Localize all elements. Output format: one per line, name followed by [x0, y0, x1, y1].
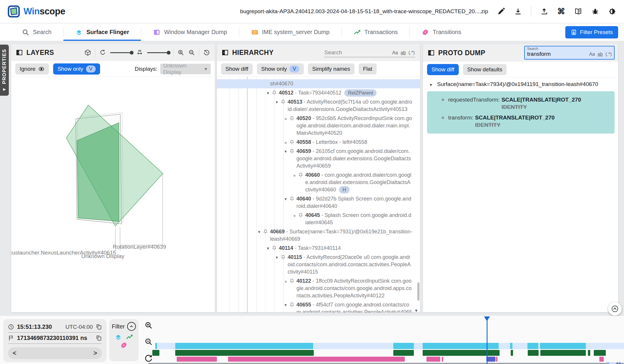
rotation-slider[interactable]: [110, 52, 132, 53]
next-frame-button[interactable]: >: [93, 349, 97, 357]
pin-icon[interactable]: [289, 279, 294, 284]
expand-arrow-icon[interactable]: ▾: [427, 81, 435, 88]
documentation-book-icon[interactable]: [574, 7, 582, 16]
simplify-names-button[interactable]: Simplify names: [308, 63, 355, 75]
expand-arrow-icon[interactable]: ▾: [264, 89, 272, 97]
hierarchy-search-input[interactable]: Search Aa ab (.*): [324, 48, 415, 57]
tree-node[interactable]: ▾40114 - Task=7931#40114: [217, 244, 420, 253]
timeline-cursor-handle[interactable]: [484, 316, 490, 321]
transitions-icon[interactable]: [120, 341, 128, 349]
download-icon[interactable]: [514, 7, 522, 16]
rotation-slider-thumb[interactable]: [130, 51, 134, 55]
timeline-reset-zoom-button[interactable]: [144, 353, 154, 363]
rotation-icon[interactable]: [99, 49, 106, 56]
tree-node[interactable]: 40122 - 1ffcc09 ActivityRecordInputSink …: [217, 277, 420, 300]
copy-icon[interactable]: [96, 335, 102, 341]
displays-select[interactable]: Unknown Display ▼: [160, 64, 211, 74]
tree-node[interactable]: ▾40640 - 9d2d27b Splash Screen com.googl…: [217, 194, 420, 211]
timeline-scrollbar-thumb[interactable]: [619, 362, 620, 364]
surfaceflinger-row-segment[interactable]: [423, 343, 499, 349]
pin-icon[interactable]: [281, 255, 286, 260]
pin-icon[interactable]: [289, 196, 294, 201]
tree-node[interactable]: 40520 - 952c6b5 ActivityRecordInputSink …: [217, 114, 420, 138]
tab-transitions[interactable]: Transitions: [410, 23, 473, 41]
match-word-icon[interactable]: ab: [401, 50, 406, 55]
expand-arrow-icon[interactable]: ▾: [282, 301, 289, 309]
tab-surface-flinger[interactable]: Surface Flinger: [63, 23, 141, 41]
transactions-row-segment[interactable]: [423, 350, 500, 356]
transactions-row-segment[interactable]: [540, 350, 586, 356]
match-case-icon[interactable]: Aa: [392, 50, 398, 55]
tree-node[interactable]: 40558 - Letterbox - left#40558: [217, 138, 420, 147]
proto-property[interactable]: requestedTransform: SCALE|TRANSLATE|ROT_…: [429, 97, 612, 110]
proto-search-input[interactable]: Search transform Aa ab (.*): [524, 46, 615, 60]
spacing-slider-thumb[interactable]: [167, 51, 171, 55]
filter-presets-button[interactable]: Filter Presets: [565, 26, 618, 38]
pin-icon[interactable]: [289, 140, 294, 145]
timeline-scrollbar-thumb[interactable]: [609, 362, 616, 364]
transactions-row-segment[interactable]: [528, 350, 539, 356]
show-defaults-button[interactable]: Show defaults: [463, 64, 507, 75]
edit-file-icon[interactable]: [497, 7, 505, 16]
collapse-filter-button[interactable]: [127, 322, 136, 331]
proto-property[interactable]: transform: SCALE|TRANSLATE|ROT_270 IDENT…: [429, 114, 612, 128]
zoom-in-icon[interactable]: [177, 49, 184, 56]
transitions-row-segment[interactable]: [599, 357, 604, 362]
report-bug-icon[interactable]: [591, 7, 599, 16]
tree-node[interactable]: ▾40659 - 26105cf com.google.android.dial…: [217, 147, 420, 171]
transactions-row-segment[interactable]: [588, 350, 590, 356]
expand-arrow-icon[interactable]: ▾: [282, 148, 289, 155]
layers-3d-canvas[interactable]: RotationLayer#40639 xuslauncher.NexusLau…: [11, 77, 215, 312]
tree-node[interactable]: 40660 - com.google.android.dialer/com.go…: [217, 171, 420, 194]
zoom-out-icon[interactable]: [188, 49, 195, 56]
match-word-icon[interactable]: ab: [598, 52, 603, 57]
expand-arrow-icon[interactable]: ▾: [264, 245, 272, 252]
expand-arrow-icon[interactable]: ▾: [282, 195, 289, 203]
transitions-row-segment[interactable]: [442, 357, 443, 362]
tree-node[interactable]: ▾40512 - Task=7934#40512RelZParent: [217, 88, 420, 97]
surfaceflinger-row-segment[interactable]: [155, 343, 157, 349]
timeline-cursor[interactable]: [487, 316, 488, 364]
pin-icon[interactable]: [289, 149, 294, 154]
collapse-timeline-button[interactable]: [608, 302, 622, 316]
layers-icon[interactable]: [114, 333, 122, 341]
reset-view-icon[interactable]: [203, 49, 210, 56]
pin-icon[interactable]: [272, 246, 277, 251]
timeline-scrollbar-thumb[interactable]: [617, 362, 618, 364]
ignore-button[interactable]: Ignore: [15, 63, 49, 75]
dark-mode-toggle-icon[interactable]: [608, 7, 616, 16]
transitions-row-segment[interactable]: [426, 357, 440, 362]
pin-icon[interactable]: [281, 100, 286, 105]
surfaceflinger-row-band[interactable]: [155, 343, 624, 349]
tree-node[interactable]: ▾40513 - ActivityRecord{5c7f14a u0 com.g…: [217, 97, 420, 114]
tab-search[interactable]: Search: [10, 23, 63, 41]
3d-cube-icon[interactable]: [84, 49, 91, 56]
show-diff-button[interactable]: Show diff: [427, 64, 459, 75]
pin-icon[interactable]: [263, 229, 268, 234]
pin-icon[interactable]: [298, 213, 303, 218]
pin-icon[interactable]: [298, 173, 303, 178]
previous-frame-button[interactable]: <: [13, 349, 16, 357]
show-diff-button[interactable]: Show diff: [221, 63, 253, 75]
expand-arrow-icon[interactable]: ▾: [273, 254, 281, 261]
transitions-row-segment[interactable]: [228, 357, 405, 362]
flat-button[interactable]: Flat: [359, 63, 377, 75]
tree-node[interactable]: 40645 - Splash Screen com.google.android…: [217, 211, 420, 227]
regex-icon[interactable]: (.*): [606, 52, 612, 57]
expand-arrow-icon[interactable]: ▾: [255, 228, 263, 235]
tree-node[interactable]: sh#40670: [217, 79, 420, 88]
surfaceflinger-row-segment[interactable]: [393, 343, 414, 349]
shortcuts-icon[interactable]: ⌘: [557, 7, 565, 16]
show-only-button[interactable]: Show only V: [257, 63, 304, 75]
tree-node[interactable]: ▾40655 - 4f54cf7 com.google.android.cont…: [217, 300, 420, 312]
transactions-row-segment[interactable]: [594, 350, 606, 356]
transactions-icon[interactable]: [126, 333, 133, 341]
pin-icon[interactable]: [289, 116, 294, 121]
upload-icon[interactable]: [540, 7, 548, 16]
expand-arrow-icon[interactable]: ▾: [273, 98, 281, 106]
spacing-slider[interactable]: [147, 52, 169, 53]
transitions-row-segment[interactable]: [177, 357, 217, 362]
regex-icon[interactable]: (.*): [409, 50, 415, 55]
tree-node[interactable]: ▾40669 - Surface(name=Task=7931)/@0x619e…: [217, 227, 420, 244]
transactions-row-segment[interactable]: [175, 350, 314, 356]
